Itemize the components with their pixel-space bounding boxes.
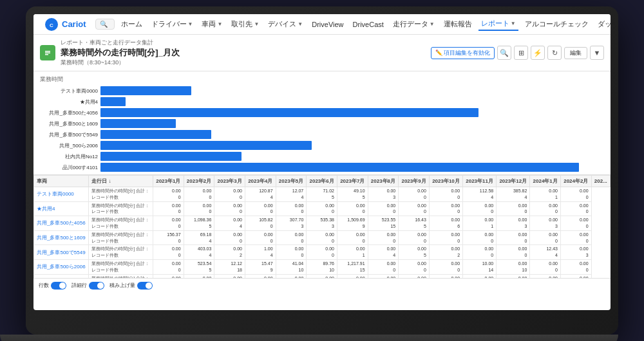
bar-label: テスト車両0000 [40, 88, 98, 95]
table-header-cell[interactable]: 車両 [34, 176, 89, 187]
vehicle-cell[interactable]: テスト車両0000 [34, 187, 89, 202]
bar-fill [100, 163, 579, 172]
row-count-toggle[interactable] [51, 282, 66, 290]
value-cell: 0.002 [214, 245, 245, 260]
nav-driveview[interactable]: DriveView [309, 19, 346, 30]
table-header-cell[interactable]: 2023年4月 [245, 176, 276, 187]
value-cell: 0.000 [497, 245, 530, 260]
value-cell: 0.000 [245, 230, 276, 245]
table-header-cell[interactable]: 2023年9月 [399, 176, 430, 187]
vehicle-cell[interactable]: 共用_多車500ら2006 [34, 259, 89, 274]
more-icon[interactable]: ▼ [590, 46, 604, 60]
detail-toggle[interactable] [89, 282, 104, 290]
table-section[interactable]: 車両走行日 ↓2023年1月2023年2月2023年3月2023年4月2023年… [33, 175, 611, 278]
nav-report-summary[interactable]: 運転報告 [441, 18, 475, 30]
value-cell: 0.000 [560, 187, 591, 202]
value-cell: 15.479 [245, 259, 276, 274]
search-button[interactable]: 🔍 [497, 46, 511, 60]
bar-label: 社内共用No12 [40, 153, 98, 160]
nav-drivecast[interactable]: DriveCast [350, 19, 386, 30]
bar-fill [100, 141, 312, 150]
table-header-cell[interactable]: 2023年5月 [276, 176, 307, 187]
stack-label: 積み上げ量 [109, 282, 135, 289]
value-cell: 0.000 [184, 187, 214, 202]
grid-icon[interactable]: ⊞ [514, 46, 528, 60]
refresh-icon[interactable]: ↻ [547, 46, 562, 60]
nav-vehicle[interactable]: 車両▼ [199, 18, 225, 30]
search-box[interactable]: 🔍 [95, 19, 115, 30]
vehicle-cell[interactable]: 共用_多車500た4056 [34, 216, 89, 231]
page-title: 業務時間外の走行時間[分]_月次 [61, 47, 426, 59]
value-cell: 0.000 [560, 216, 591, 231]
table-header-cell[interactable]: 202... [591, 176, 610, 187]
bottom-bar: 行数 詳細行 積み上げ量 [33, 278, 611, 292]
table-header-cell[interactable]: 2023年7月 [337, 176, 368, 187]
value-cell: 0.000 [497, 201, 530, 216]
table-body: テスト車両0000業務時間外の時間[分] 合計：レコード件数0.0000.000… [34, 187, 611, 279]
label-cell: 業務時間外の時間[分] 合計：レコード件数 [89, 216, 153, 231]
value-cell: 0.0010 [497, 259, 530, 274]
value-cell: 0.000 [530, 201, 561, 216]
vehicle-cell[interactable]: 共用_多車500で5549 [34, 245, 89, 260]
report-title-area: レポート・車両ごと走行データ集計 業務時間外の走行時間[分]_月次 業務時間（8… [61, 39, 426, 67]
value-cell: 0.000 [153, 187, 184, 202]
bar-label: 品川000す4101 [40, 164, 98, 171]
nav-client[interactable]: 取引先▼ [229, 18, 261, 30]
bar-chart: テスト車両0000 ★共用4 共用_多車500た4056 共用_多車500と16… [40, 86, 604, 172]
bar-row: 共用_多車500で5549 [40, 130, 604, 139]
vehicle-cell[interactable]: ★共用4 [34, 201, 89, 216]
laptop-base [0, 335, 618, 341]
nav-dashboard[interactable]: ダッシュボード▼ [595, 18, 611, 30]
breadcrumb: レポート・車両ごと走行データ集計 [61, 39, 426, 47]
screen: C Cariot 🔍 ホーム ドライバー▼ 車両▼ 取引先▼ デバイス▼ Dri… [33, 14, 611, 310]
value-cell: 0.000 [560, 230, 591, 245]
vehicle-cell[interactable]: 共用_多車500と1609 [34, 230, 89, 245]
customize-button[interactable]: ✏️ 項目編集を有効化 [431, 47, 495, 59]
nav-alcohol-check[interactable]: アルコールチェック [522, 18, 591, 30]
table-header-cell[interactable]: 2023年12月 [497, 176, 530, 187]
table-header-cell[interactable]: 走行日 ↓ [89, 176, 153, 187]
value-cell: 523.5515 [368, 216, 399, 231]
table-row: 共用_多車500た4056業務時間外の時間[分] 合計：レコード件数0.0001… [34, 216, 611, 231]
table-header-cell[interactable]: 2023年11月 [463, 176, 497, 187]
bar-track [100, 152, 604, 161]
value-cell: 0.002 [429, 245, 462, 260]
svg-rect-8 [45, 54, 48, 55]
value-cell: 0.001 [337, 245, 368, 260]
value-cell: 0.000 [245, 201, 276, 216]
value-cell: 0.000 [560, 259, 591, 274]
value-cell: 71.025 [307, 187, 337, 202]
filter-icon[interactable]: ⚡ [531, 46, 545, 60]
value-cell: 0.000 [399, 187, 430, 202]
table-header-cell[interactable]: 2023年6月 [307, 176, 337, 187]
table-header-cell[interactable]: 2023年1月 [153, 176, 184, 187]
value-cell: 0.000 [429, 201, 462, 216]
value-cell: 0.000 [276, 201, 307, 216]
nav-device[interactable]: デバイス▼ [265, 18, 305, 30]
table-row: ★共用4業務時間外の時間[分] 合計：レコード件数0.0000.0000.000… [34, 201, 611, 216]
value-cell: 0.000 [276, 230, 307, 245]
stack-toggle[interactable] [137, 282, 153, 290]
svg-rect-7 [45, 53, 50, 54]
grid-menu-icon[interactable] [39, 19, 40, 30]
value-cell: 0.004 [214, 216, 245, 231]
value-cell: 0.000 [399, 230, 430, 245]
table-header-cell[interactable]: 2023年8月 [368, 176, 399, 187]
logo[interactable]: C Cariot [44, 17, 86, 32]
value-cell: 49.105 [337, 187, 368, 202]
table-header-cell[interactable]: 2024年2月 [560, 176, 591, 187]
nav-report[interactable]: レポート▼ [478, 17, 518, 31]
table-row: 共用_多車500ら2006業務時間外の時間[分] 合計：レコード件数0.0005… [34, 259, 611, 274]
table-header-cell[interactable]: 2023年2月 [184, 176, 214, 187]
value-cell: 0.000 [399, 259, 430, 274]
bar-row: ★共用4 [40, 97, 604, 106]
bar-track [100, 119, 604, 128]
table-header-cell[interactable]: 2024年1月 [530, 176, 561, 187]
nav-driver[interactable]: ドライバー▼ [149, 18, 196, 30]
nav-home[interactable]: ホーム [118, 18, 145, 30]
nav-travel-data[interactable]: 走行データ▼ [390, 18, 437, 30]
edit-button[interactable]: 編集 [564, 47, 587, 59]
table-header-cell[interactable]: 2023年3月 [214, 176, 245, 187]
value-cell: 0.000 [153, 216, 184, 231]
table-header-cell[interactable]: 2023年10月 [429, 176, 462, 187]
